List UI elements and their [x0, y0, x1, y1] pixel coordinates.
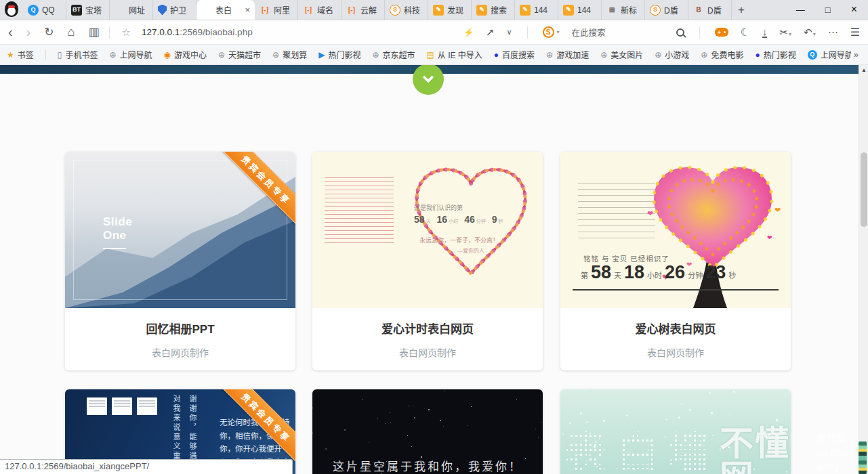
- bookmark-favicon: ◉: [163, 51, 170, 59]
- scroll-down-button[interactable]: [413, 65, 444, 95]
- flash-icon[interactable]: ⚡: [463, 28, 474, 37]
- qq-browser-icon: Q: [28, 5, 39, 16]
- scrollbar-thumb[interactable]: [861, 152, 867, 227]
- browser-tab[interactable]: ⊞ 新标: [602, 0, 645, 20]
- bookmark-item[interactable]: ▤ 从 IE 中导入: [426, 49, 482, 60]
- bookmark-item[interactable]: ⊕ 京东超市: [372, 49, 415, 60]
- card-title[interactable]: 爱心计时表白网页: [312, 320, 543, 337]
- bookmark-item[interactable]: ● 百度搜索: [494, 49, 535, 60]
- card-preview[interactable]: 这是我们认识的第 58天 16小时 46分钟 9秒 永远爱你，一辈子，不分离！ …: [312, 152, 543, 308]
- card-preview[interactable]: ❤ ❤ ❤ ❤ ❤ 铭铭 与 宝贝 已经相识了 第 58天 18小时 26分钟 …: [560, 152, 791, 308]
- bookmark-favicon: ⊕: [109, 51, 116, 59]
- menu-icon[interactable]: ☰: [850, 26, 860, 39]
- browser-tab[interactable]: ✎ 144: [515, 0, 558, 20]
- browser-tab[interactable]: 网址: [110, 0, 153, 20]
- bookmark-item[interactable]: ● 热门影视: [755, 49, 795, 60]
- home-icon[interactable]: ⌂: [68, 25, 75, 39]
- forward-icon[interactable]: ›: [26, 24, 31, 40]
- download-icon[interactable]: ↓: [762, 26, 768, 38]
- address-bar[interactable]: ☆ 127.0.0.1:2569/biaobai.php: [119, 26, 463, 39]
- bookmark-item[interactable]: ◉ 游戏中心: [163, 49, 207, 60]
- browser-tab[interactable]: [-] 阿里: [255, 0, 298, 20]
- bookmark-star-icon[interactable]: ☆: [122, 26, 131, 39]
- game-center-icon[interactable]: [715, 28, 728, 37]
- card-preview[interactable]: Slide One 贵宾会员专享: [65, 152, 295, 308]
- bookmark-favicon: ●: [755, 51, 760, 59]
- card-title[interactable]: 爱心树表白网页: [560, 320, 791, 337]
- card-preview[interactable]: 这片星空属于我和你，我爱你！: [312, 389, 543, 474]
- browser-tab[interactable]: ✎ 搜索: [472, 0, 515, 20]
- scrollbar-up-arrow[interactable]: ▲: [859, 65, 868, 74]
- reading-mode-icon[interactable]: ▥: [88, 25, 99, 39]
- pencil-site-icon: ✎: [476, 5, 487, 16]
- search-hint-label[interactable]: 在此搜索: [572, 26, 606, 39]
- browser-tab[interactable]: S D盾: [645, 0, 688, 20]
- bookmark-item[interactable]: ⊕ 上网导航: [109, 49, 152, 60]
- flower-heart-outline: [390, 153, 543, 302]
- browser-tab[interactable]: 表白 ×: [197, 0, 255, 20]
- share-icon[interactable]: ↗: [486, 26, 495, 39]
- bookmark-favicon: ⊕: [600, 51, 607, 59]
- browser-tab[interactable]: Q QQ: [23, 0, 66, 20]
- card-preview[interactable]: 表白墙: [560, 389, 791, 474]
- template-card-heart-tree[interactable]: ❤ ❤ ❤ ❤ ❤ 铭铭 与 宝贝 已经相识了 第 58天 18小时 26分钟 …: [560, 152, 791, 370]
- bookmark-item[interactable]: ⊕ 天猫超市: [218, 49, 261, 60]
- night-mode-icon[interactable]: ☾: [741, 26, 750, 39]
- divider: [45, 49, 46, 60]
- template-card-mint-snow[interactable]: 表白墙: [560, 389, 791, 474]
- url-text[interactable]: 127.0.0.1:2569/biaobai.php: [142, 27, 253, 37]
- divider: [527, 26, 528, 39]
- more-options-icon[interactable]: ⋯: [828, 26, 838, 39]
- bookmark-item[interactable]: ⊕ 游戏加速: [546, 49, 589, 60]
- screenshot-scissors-icon[interactable]: ✂▾: [779, 26, 791, 39]
- ms-logo-icon: [115, 5, 125, 16]
- chevron-down-icon: [423, 72, 434, 83]
- bookmark-item[interactable]: ⊕ 美女图片: [600, 49, 643, 60]
- bookmark-item[interactable]: ▶ 热门影视: [318, 49, 360, 60]
- bookmark-item[interactable]: ▯ 手机书签: [58, 49, 98, 60]
- bookmark-favicon: ●: [494, 51, 499, 59]
- pencil-site-icon: ✎: [433, 5, 444, 16]
- maximize-button[interactable]: □: [825, 5, 831, 15]
- close-button[interactable]: ×: [851, 3, 857, 16]
- search-engine-icon[interactable]: S: [543, 26, 554, 38]
- template-card-memory-ppt[interactable]: Slide One 贵宾会员专享 回忆相册PPT 表白网页制作: [65, 152, 295, 370]
- bookmark-item[interactable]: Q 上网导航: [808, 49, 851, 60]
- page-scrollbar[interactable]: ▲: [859, 65, 868, 474]
- bookmark-item[interactable]: ⊕ 聚划算: [272, 49, 307, 60]
- bookmark-item[interactable]: ⊕ 免费电影: [701, 49, 743, 60]
- bookmark-label: 热门影视: [764, 49, 796, 60]
- minimize-button[interactable]: —: [796, 5, 805, 15]
- browser-tab[interactable]: [-] 云解: [342, 0, 385, 20]
- template-card-starry-sky[interactable]: 这片星空属于我和你，我爱你！: [312, 389, 543, 474]
- tab-label: 网址: [129, 4, 148, 16]
- back-icon[interactable]: ‹: [8, 24, 13, 40]
- card-title[interactable]: 回忆相册PPT: [65, 320, 295, 337]
- browser-tab[interactable]: ✎ 发现: [428, 0, 472, 20]
- slide-thumbnail: [87, 397, 107, 415]
- template-card-heart-timer[interactable]: 这是我们认识的第 58天 16小时 46分钟 9秒 永远爱你，一辈子，不分离！ …: [312, 152, 543, 370]
- tab-label: 护卫: [170, 4, 191, 16]
- bookmark-label: 从 IE 中导入: [438, 49, 482, 60]
- heart-intro-text: 这是我们认识的第: [414, 203, 463, 212]
- heart-counter: 58天 16小时 46分钟 9秒: [414, 213, 503, 225]
- tab-label: 云解: [360, 4, 379, 16]
- search-icon[interactable]: [676, 28, 684, 37]
- undo-restore-icon[interactable]: ↶▾: [804, 26, 816, 39]
- browser-tab[interactable]: 护卫: [153, 0, 197, 20]
- divider: [699, 26, 700, 39]
- chevron-down-icon[interactable]: ∨: [507, 28, 512, 37]
- browser-tab[interactable]: S 科技: [385, 0, 428, 20]
- bookmarks-overflow-icon[interactable]: »: [851, 49, 861, 60]
- browser-tab[interactable]: [-] 域名: [298, 0, 342, 20]
- svg-text:❤: ❤: [647, 209, 653, 217]
- tab-close-icon[interactable]: ×: [243, 5, 250, 15]
- browser-tab[interactable]: ✎ 144: [558, 0, 602, 20]
- new-tab-button[interactable]: +: [732, 0, 751, 20]
- qq-penguin-logo-icon[interactable]: [3, 1, 20, 18]
- bookmark-item[interactable]: ⊕ 小游戏: [655, 49, 689, 60]
- browser-tab[interactable]: B D盾: [688, 0, 732, 20]
- browser-tab[interactable]: BT 宝塔: [66, 0, 110, 20]
- refresh-icon[interactable]: ↻: [44, 25, 54, 39]
- bookmark-item[interactable]: ★ 书签: [7, 49, 34, 60]
